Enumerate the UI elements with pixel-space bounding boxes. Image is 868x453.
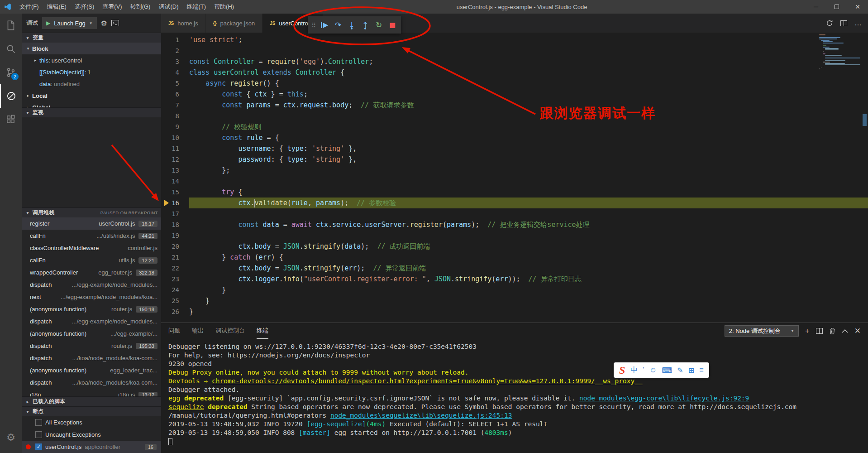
code-line[interactable]: 17 [161, 208, 868, 219]
stack-frame[interactable]: (anonymous function)router.js190:18 [22, 303, 161, 315]
launch-config-select[interactable]: ▶ Launch Egg ▼ [42, 17, 97, 29]
code-line[interactable]: 1'use strict'; [161, 34, 868, 45]
ime-toolbar[interactable]: S 中’☺⌨✎⊞≡ [614, 362, 709, 378]
stack-frame[interactable]: i18ni18n.js13:12 [22, 389, 161, 396]
stack-frame[interactable]: dispatch.../koa/node_modules/koa-com... [22, 352, 161, 364]
maximize-panel-icon[interactable] [842, 329, 848, 333]
toolbar-drag-handle[interactable]: ⠿ [310, 18, 318, 32]
code-line[interactable]: 20 ctx.body = JSON.stringify(data); // 成… [161, 241, 868, 252]
code-line[interactable]: 12 password: { type: 'string' }, [161, 154, 868, 165]
variable-row[interactable]: ▸Global [22, 101, 161, 107]
code-line[interactable]: 5 async register() { [161, 78, 868, 89]
new-terminal-icon[interactable]: + [805, 327, 810, 336]
panel-tab[interactable]: 调试控制台 [215, 323, 245, 339]
menu-item[interactable]: 转到(G) [126, 0, 155, 14]
stack-frame[interactable]: dispatch.../egg-example/node_modules... [22, 279, 161, 291]
panel-tab[interactable]: 问题 [168, 323, 180, 339]
variable-row[interactable]: ▸this: userControl [22, 54, 161, 66]
panel-tab[interactable]: 终端 [257, 323, 268, 339]
code-line[interactable]: 7 const params = ctx.request.body; // 获取… [161, 100, 868, 111]
close-button[interactable]: ✕ [847, 0, 868, 14]
sync-icon[interactable] [826, 19, 833, 27]
stop-button[interactable]: ■ [386, 18, 399, 32]
terminal-select[interactable]: 2: Node 调试控制台 ▼ [725, 325, 799, 337]
code-line[interactable]: 10 const rule = { [161, 132, 868, 143]
stack-frame[interactable]: dispatch.../koa/node_modules/koa-com... [22, 376, 161, 389]
stack-frame[interactable]: (anonymous function).../egg-example/... [22, 328, 161, 340]
menu-item[interactable]: 调试(D) [154, 0, 182, 14]
stack-frame[interactable]: callFnutils.js12:21 [22, 254, 161, 266]
menu-item[interactable]: 帮助(H) [210, 0, 238, 14]
split-terminal-icon[interactable] [816, 328, 823, 334]
stack-frame[interactable]: dispatchrouter.js195:33 [22, 340, 161, 352]
more-actions-icon[interactable]: … [854, 19, 862, 27]
configure-gear-icon[interactable]: ⚙ [101, 19, 107, 28]
code-line[interactable]: 8 [161, 111, 868, 121]
code-line[interactable]: 6 const { ctx } = this; [161, 89, 868, 100]
breakpoint-item[interactable]: Uncaught Exceptions [22, 429, 161, 441]
ime-icon[interactable]: ⊞ [688, 366, 694, 375]
editor-tab[interactable]: JShome.js [161, 14, 206, 33]
editor-tab[interactable]: {}package.json [206, 14, 262, 33]
ime-icon[interactable]: ✎ [677, 366, 683, 375]
code-line[interactable]: 18 const data = await ctx.service.userSe… [161, 219, 868, 230]
step-over-button[interactable]: ↷ [331, 18, 345, 32]
panel-tab[interactable]: 输出 [192, 323, 204, 339]
settings-gear-icon[interactable]: ⚙ [0, 426, 22, 449]
variable-row[interactable]: ▾Block [22, 43, 161, 54]
kill-terminal-icon[interactable] [829, 328, 835, 334]
breakpoint-item[interactable]: All Exceptions [22, 416, 161, 429]
stack-frame[interactable]: classControllerMiddlewarecontroller.js [22, 242, 161, 254]
callstack-section-header[interactable]: ▾ 调用堆栈 PAUSED ON BREAKPOINT [22, 207, 161, 217]
breakpoint-checkbox[interactable] [35, 431, 42, 438]
scrollbar-marker[interactable] [863, 114, 867, 126]
editor[interactable]: 1'use strict';23const Controller = requi… [161, 33, 868, 323]
code-line[interactable]: 13 }; [161, 165, 868, 176]
stack-frame[interactable]: callFn.../utils/index.js44:21 [22, 230, 161, 242]
restart-button[interactable]: ↻ [372, 18, 386, 32]
search-icon[interactable] [0, 37, 22, 61]
menu-item[interactable]: 查看(V) [98, 0, 126, 14]
extensions-icon[interactable] [0, 108, 22, 131]
debug-icon[interactable] [0, 84, 22, 108]
code-line[interactable]: 21 } catch (err) { [161, 252, 868, 263]
code-line[interactable]: 9 // 校验规则 [161, 121, 868, 132]
stack-frame[interactable]: (anonymous function)egg_loader_trac... [22, 364, 161, 376]
step-into-button[interactable]: ↓ [345, 18, 358, 32]
close-panel-icon[interactable]: ✕ [854, 326, 861, 336]
terminal-output[interactable]: Debugger listening on ws://127.0.0.1:923… [161, 339, 868, 446]
ime-icon[interactable]: ⌨ [662, 366, 672, 375]
code-line[interactable]: 26} [161, 306, 868, 317]
breakpoints-section-header[interactable]: ▾ 断点 [22, 406, 161, 416]
menu-item[interactable]: 文件(F) [15, 0, 43, 14]
breakpoint-item[interactable]: ✓userControl.jsapp\controller16 [22, 441, 161, 453]
code-line[interactable]: 22 ctx.body = JSON.stringify(err); // 异常… [161, 263, 868, 274]
code-line[interactable]: 23 ctx.logger.info("userControl.register… [161, 274, 868, 284]
stack-frame[interactable]: dispatch.../egg-example/node_modules... [22, 315, 161, 328]
menu-item[interactable]: 终端(T) [182, 0, 210, 14]
debug-console-icon[interactable] [111, 20, 119, 26]
minimize-button[interactable]: ─ [806, 0, 826, 14]
menu-item[interactable]: 编辑(E) [43, 0, 71, 14]
code-line[interactable]: 25 } [161, 295, 868, 306]
maximize-button[interactable] [826, 0, 847, 14]
ime-icon[interactable]: ≡ [699, 366, 703, 374]
ime-icon[interactable]: 中 [630, 366, 638, 375]
stack-frame[interactable]: next.../egg-example/node_modules/koa... [22, 291, 161, 303]
code-line[interactable]: 4class userControl extends Controller { [161, 67, 868, 78]
code-line[interactable]: 16 ctx.validate(rule, params); // 参数校验 [161, 198, 868, 208]
variable-row[interactable]: data: undefined [22, 78, 161, 90]
stack-frame[interactable]: wrappedControlleregg_router.js322:18 [22, 266, 161, 279]
code-line[interactable]: 24 } [161, 284, 868, 295]
breakpoint-checkbox[interactable] [35, 419, 42, 426]
watch-section-header[interactable]: ▾ 监视 [22, 107, 161, 117]
variable-row[interactable]: ▸Local [22, 90, 161, 101]
source-control-icon[interactable]: 2 [0, 61, 22, 84]
variables-section-header[interactable]: ▾ 变量 [22, 33, 161, 43]
code-line[interactable]: 15 try { [161, 187, 868, 198]
ime-icon[interactable]: ☺ [649, 366, 657, 374]
step-out-button[interactable]: ↑ [358, 18, 372, 32]
ime-icon[interactable]: ’ [643, 366, 644, 374]
code-line[interactable]: 2 [161, 45, 868, 56]
minimap[interactable] [819, 34, 861, 70]
